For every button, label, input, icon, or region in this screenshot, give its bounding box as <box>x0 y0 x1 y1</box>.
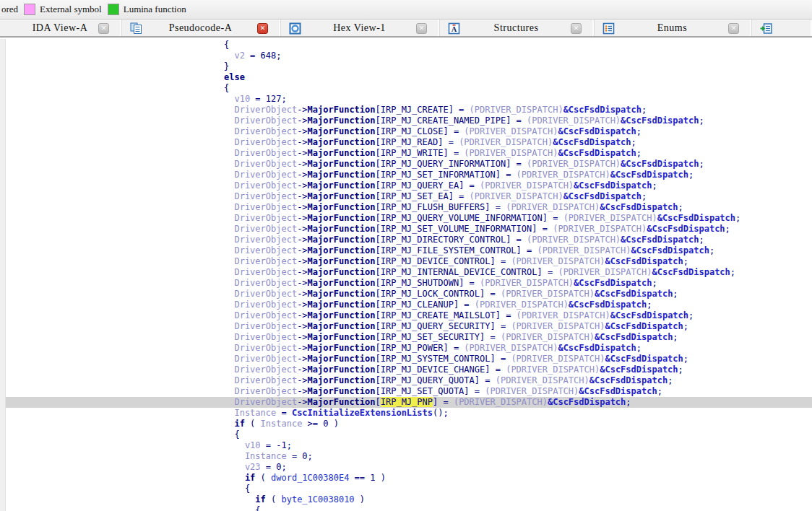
code-token[interactable]: CscInitializeExtensionLists <box>292 408 433 418</box>
tab-close-icon[interactable]: ✕ <box>728 23 739 34</box>
code-token[interactable]: &CscFsdDispatch <box>595 332 673 342</box>
code-token[interactable]: MajorFunction <box>308 332 376 342</box>
code-token[interactable]: ; <box>699 159 704 169</box>
code-token[interactable]: ; <box>652 180 657 191</box>
code-token[interactable]: DriverObject <box>234 148 297 158</box>
code-token[interactable]: DriverObject <box>234 256 297 266</box>
code-token[interactable]: ; <box>668 375 673 385</box>
code-line[interactable]: v10 = -1; <box>6 440 812 451</box>
code-line[interactable]: { <box>6 83 812 94</box>
code-token[interactable]: (PDRIVER_DISPATCH) <box>480 180 574 191</box>
code-token[interactable]: (PDRIVER_DISPATCH) <box>464 343 558 353</box>
code-token[interactable]: DriverObject <box>234 300 297 310</box>
code-token[interactable]: [ <box>376 115 381 126</box>
code-token[interactable]: MajorFunction <box>308 364 376 375</box>
code-token[interactable]: IRP_MJ_CREATE_MAILSLOT <box>381 310 496 320</box>
code-token[interactable]: ] = <box>485 364 506 375</box>
code-token[interactable]: IRP_MJ_READ <box>381 137 438 147</box>
code-token[interactable]: ; <box>642 191 647 201</box>
code-token[interactable]: MajorFunction <box>308 321 376 331</box>
code-token[interactable]: ; <box>699 235 704 245</box>
code-token[interactable]: ; <box>636 126 642 136</box>
code-token[interactable]: ] = <box>443 126 464 136</box>
code-token[interactable]: [ <box>376 332 381 342</box>
code-token[interactable]: ] = <box>443 343 464 353</box>
code-token[interactable]: IRP_MJ_CREATE_NAMED_PIPE <box>381 115 506 126</box>
code-token[interactable]: ; <box>683 256 688 266</box>
code-token[interactable]: DriverObject <box>234 191 297 201</box>
code-token[interactable]: IRP_MJ_QUERY_QUOTA <box>381 375 475 385</box>
code-token[interactable]: -> <box>297 115 307 126</box>
code-token[interactable]: &CscFsdDispatch <box>553 137 631 147</box>
code-token[interactable]: &CscFsdDispatch <box>631 245 709 256</box>
highlighted-token[interactable]: IRP_MJ_PNP <box>381 397 433 407</box>
code-token[interactable]: (PDRIVER_DISPATCH) <box>470 105 563 115</box>
code-token[interactable]: MajorFunction <box>308 126 376 136</box>
code-token[interactable]: [ <box>376 364 381 375</box>
code-token[interactable]: MajorFunction <box>308 148 376 158</box>
code-token[interactable]: -> <box>297 289 307 299</box>
code-token[interactable]: [ <box>376 343 381 353</box>
code-token[interactable]: ] = <box>506 159 527 169</box>
code-token[interactable]: ) <box>355 494 365 505</box>
code-token[interactable]: (PDRIVER_DISPATCH) <box>464 126 558 136</box>
code-token[interactable]: ; <box>683 354 688 364</box>
code-token[interactable]: = 0; <box>287 451 313 461</box>
code-token[interactable]: MajorFunction <box>308 343 376 353</box>
code-line[interactable]: Instance = 0; <box>6 451 812 462</box>
code-token[interactable]: IRP_MJ_SET_VOLUME_INFORMATION <box>381 224 532 234</box>
code-line[interactable]: DriverObject->MajorFunction[IRP_MJ_LOCK_… <box>6 289 812 300</box>
code-token[interactable]: ] = <box>443 148 464 158</box>
code-token[interactable]: IRP_MJ_CLOSE <box>381 126 444 136</box>
tab-close-icon[interactable]: ✕ <box>98 23 109 34</box>
code-token[interactable]: IRP_MJ_SYSTEM_CONTROL <box>381 354 491 364</box>
tab-enums[interactable]: Enums✕ <box>594 19 751 36</box>
code-token[interactable]: ] = <box>433 397 454 407</box>
code-token[interactable]: (PDRIVER_DISPATCH) <box>501 332 595 342</box>
code-token[interactable]: DriverObject <box>234 137 297 147</box>
code-token[interactable]: MajorFunction <box>308 235 376 245</box>
code-token[interactable]: &CscFsdDispatch <box>610 310 688 320</box>
code-token[interactable]: &CscFsdDispatch <box>605 256 683 266</box>
code-token[interactable]: ; <box>730 267 735 277</box>
code-token[interactable]: { <box>255 505 260 511</box>
code-token[interactable]: else <box>224 72 245 82</box>
code-token[interactable]: IRP_MJ_SET_INFORMATION <box>381 170 496 180</box>
code-line[interactable]: DriverObject->MajorFunction[IRP_MJ_DIREC… <box>6 235 812 245</box>
code-token[interactable]: -> <box>297 364 307 375</box>
code-token[interactable]: [ <box>376 213 381 223</box>
code-token[interactable]: DriverObject <box>234 310 297 320</box>
code-token[interactable]: v10 <box>245 440 261 450</box>
code-token[interactable]: ; <box>678 202 683 212</box>
code-token[interactable]: -> <box>297 397 307 407</box>
code-token[interactable]: (PDRIVER_DISPATCH) <box>501 289 595 299</box>
code-token[interactable]: &CscFsdDispatch <box>574 180 652 191</box>
code-token[interactable]: DriverObject <box>234 105 297 115</box>
code-line[interactable]: v2 = 648; <box>6 51 812 61</box>
code-token[interactable]: DriverObject <box>234 115 297 126</box>
code-token[interactable]: MajorFunction <box>308 115 376 126</box>
code-token[interactable]: &CscFsdDispatch <box>563 105 642 115</box>
code-token[interactable]: &CscFsdDispatch <box>558 343 636 353</box>
code-line[interactable]: DriverObject->MajorFunction[IRP_MJ_FLUSH… <box>6 202 812 213</box>
code-token[interactable]: ] = <box>490 321 511 331</box>
code-token[interactable]: &CscFsdDispatch <box>574 278 652 288</box>
code-token[interactable]: ] = <box>480 289 501 299</box>
code-token[interactable]: IRP_MJ_CREATE <box>381 105 449 115</box>
code-token[interactable]: [ <box>376 397 381 407</box>
code-line[interactable]: v23 = 0; <box>6 462 812 473</box>
code-token[interactable]: IRP_MJ_SET_QUOTA <box>381 386 465 396</box>
code-line[interactable]: DriverObject->MajorFunction[IRP_MJ_SHUTD… <box>6 278 812 289</box>
code-token[interactable]: ; <box>725 224 730 234</box>
code-token[interactable]: ] = <box>485 202 506 212</box>
code-token[interactable]: -> <box>297 148 307 158</box>
code-token[interactable]: ] = <box>496 310 517 320</box>
code-line[interactable]: DriverObject->MajorFunction[IRP_MJ_SET_I… <box>6 170 812 180</box>
code-token[interactable]: -> <box>297 354 307 364</box>
code-token[interactable]: [ <box>376 375 381 385</box>
code-line[interactable]: if ( dword_1C00380E4 == 1 ) <box>6 473 812 484</box>
code-line[interactable]: DriverObject->MajorFunction[IRP_MJ_QUERY… <box>6 213 812 224</box>
code-token[interactable]: [ <box>376 191 381 201</box>
code-token[interactable]: ( <box>255 473 271 483</box>
code-token[interactable]: -> <box>297 105 307 115</box>
